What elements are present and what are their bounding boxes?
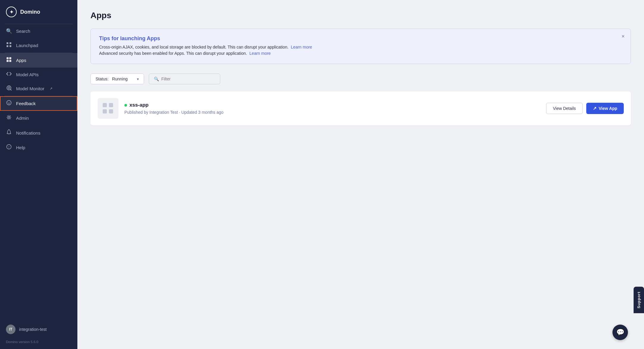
external-link-icon: ↗ — [593, 106, 597, 111]
sidebar-item-launchpad[interactable]: Launchpad — [0, 38, 77, 53]
chat-fab[interactable]: 💬 — [612, 325, 628, 340]
filter-row: Status: Running ▾ 🔍 — [90, 74, 631, 84]
sidebar-item-label: Launchpad — [16, 43, 38, 48]
view-app-button[interactable]: ↗ View App — [586, 103, 624, 114]
app-icon-dot-1 — [103, 103, 107, 107]
launchpad-icon — [6, 42, 12, 49]
apps-icon — [6, 57, 12, 64]
sidebar-item-model-monitor[interactable]: Model Monitor ↗ — [0, 81, 77, 96]
help-icon: ? — [6, 144, 12, 151]
tips-row2-text: Advanced security has been enabled for A… — [99, 51, 247, 56]
support-fab[interactable]: Support — [634, 287, 644, 313]
app-icon-dot-3 — [103, 109, 107, 113]
tips-banner-row-2: Advanced security has been enabled for A… — [99, 51, 622, 56]
learn-more-link-1[interactable]: Learn more — [291, 45, 312, 49]
external-link-icon: ↗ — [50, 87, 52, 91]
svg-text:?: ? — [8, 146, 9, 149]
svg-rect-3 — [10, 45, 11, 47]
logo-icon: ✦ — [6, 7, 17, 17]
sidebar-item-feedback[interactable]: Feedback — [0, 96, 77, 111]
sidebar-item-help[interactable]: ? Help — [0, 140, 77, 155]
view-app-label: View App — [599, 106, 617, 111]
status-value: Running — [112, 77, 128, 81]
chat-icon: 💬 — [616, 328, 624, 336]
status-label: Status: — [96, 77, 109, 81]
tips-close-button[interactable]: × — [621, 34, 625, 39]
svg-rect-0 — [7, 42, 8, 44]
sidebar: ✦ Domino 🔍 Search Launchpad — [0, 0, 77, 349]
svg-point-12 — [8, 102, 8, 103]
user-name: integration-test — [19, 327, 47, 332]
svg-point-9 — [8, 87, 10, 89]
model-monitor-icon — [6, 85, 12, 92]
app-name-row: xss-app — [124, 102, 540, 108]
admin-icon — [6, 115, 12, 121]
feedback-label: Feedback — [16, 101, 36, 106]
sidebar-user[interactable]: IT integration-test — [0, 320, 77, 338]
support-tab[interactable]: Support — [634, 287, 644, 313]
page-title: Apps — [90, 11, 631, 20]
sidebar-item-admin[interactable]: Admin — [0, 111, 77, 125]
filter-input[interactable] — [161, 77, 215, 81]
sidebar-item-label: Notifications — [16, 130, 40, 135]
status-select[interactable]: Status: Running ▾ — [90, 74, 144, 84]
app-card: xss-app Published by Integration Test · … — [90, 91, 631, 125]
sidebar-item-apps[interactable]: Apps — [0, 53, 77, 68]
sidebar-version: Domino version 5.6.0 — [0, 338, 77, 349]
sidebar-item-label: Model Monitor — [16, 86, 44, 91]
sidebar-item-label: Admin — [16, 116, 29, 121]
app-name: xss-app — [129, 102, 149, 108]
app-icon-dot-4 — [109, 109, 113, 113]
sidebar-item-label: Search — [16, 29, 30, 34]
svg-rect-1 — [10, 42, 11, 44]
search-icon: 🔍 — [6, 28, 12, 34]
view-details-button[interactable]: View Details — [546, 103, 583, 114]
tips-banner: Tips for launching Apps Cross-origin AJA… — [90, 29, 631, 64]
svg-point-14 — [8, 116, 10, 118]
model-apis-icon — [6, 71, 12, 77]
app-icon-box — [98, 98, 118, 119]
svg-line-10 — [10, 89, 11, 90]
app-actions: View Details ↗ View App — [546, 103, 624, 114]
main-content: Apps Tips for launching Apps Cross-origi… — [77, 0, 644, 349]
feedback-icon — [6, 100, 12, 107]
app-icon-dot-2 — [109, 103, 113, 107]
svg-point-11 — [7, 100, 11, 105]
chevron-down-icon: ▾ — [137, 77, 139, 81]
sidebar-item-label: Help — [16, 145, 25, 150]
tips-banner-title: Tips for launching Apps — [99, 35, 622, 42]
svg-rect-7 — [9, 60, 11, 62]
brand-name: Domino — [20, 9, 40, 15]
brand-logo[interactable]: ✦ Domino — [0, 0, 77, 24]
tips-row1-text: Cross-origin AJAX, cookies, and local st… — [99, 45, 288, 49]
tips-banner-row-1: Cross-origin AJAX, cookies, and local st… — [99, 45, 622, 49]
app-info: xss-app Published by Integration Test · … — [124, 102, 540, 115]
learn-more-link-2[interactable]: Learn more — [249, 51, 271, 56]
filter-search-icon: 🔍 — [154, 77, 159, 81]
svg-rect-4 — [7, 57, 9, 59]
svg-rect-5 — [9, 57, 11, 59]
sidebar-item-search[interactable]: 🔍 Search — [0, 24, 77, 38]
notifications-icon — [6, 129, 12, 136]
svg-rect-2 — [7, 45, 8, 47]
sidebar-item-model-apis[interactable]: Model APIs — [0, 68, 77, 81]
user-avatar: IT — [6, 325, 15, 334]
svg-point-13 — [10, 102, 10, 103]
app-icon-grid — [103, 103, 113, 114]
sidebar-item-label: Model APIs — [16, 72, 39, 77]
filter-input-wrap: 🔍 — [149, 74, 220, 84]
sidebar-item-notifications[interactable]: Notifications — [0, 125, 77, 140]
sidebar-item-label: Apps — [16, 58, 26, 63]
app-meta: Published by Integration Test · Updated … — [124, 110, 540, 115]
sidebar-bottom: IT integration-test Domino version 5.6.0 — [0, 320, 77, 349]
app-status-indicator — [124, 104, 127, 107]
svg-rect-6 — [7, 60, 9, 62]
